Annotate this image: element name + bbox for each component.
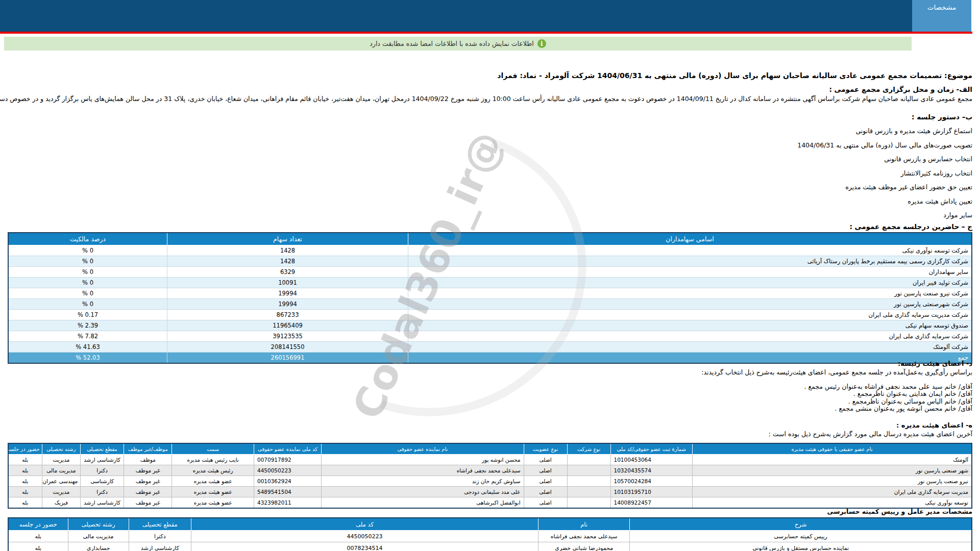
- directors-table-wrap: نام عضو حقیقی یا حقوقی هیئت مدیرهشمارۀ ث…: [8, 443, 972, 509]
- tab-specifications[interactable]: مشخصات: [912, 0, 971, 32]
- cell: % 0: [8, 245, 167, 256]
- presiding-board-intro: براساس رأی‌گیری به‌عمل‌آمده در جلسه مجمع…: [8, 368, 972, 376]
- cell: آلومتک: [692, 455, 972, 465]
- cell: بله: [8, 476, 42, 487]
- cell: نماینده حسابرس مستقل و بازرس قانونی: [630, 542, 972, 551]
- cell: % 0.17: [8, 310, 167, 320]
- cell: دکترا: [81, 487, 124, 497]
- directors-table: نام عضو حقیقی یا حقوقی هیئت مدیرهشمارۀ ث…: [8, 443, 972, 509]
- cell: 4450050223: [254, 465, 321, 476]
- cell: 5489541504: [254, 487, 321, 497]
- cell: 0078234514: [191, 542, 538, 551]
- cell: 19994: [167, 299, 408, 310]
- table-row: نیرو صنعت پارسین نور10570024284اصلیسیاوش…: [8, 476, 972, 487]
- agenda-item: تعیین حق حضور اعضای غیر موظف هیئت مدیره: [8, 180, 972, 194]
- presiding-board-member: آقای/ خانم محسن انوشه پور به‌عنوان منشی …: [8, 405, 972, 412]
- cell: 6329: [167, 267, 408, 278]
- cell: 1428: [167, 256, 408, 267]
- cell: [567, 497, 610, 509]
- cell: محمودرضا شبانی خضری: [538, 542, 629, 551]
- table-row: شرکت تولید فیبر ایران10091% 0: [8, 278, 972, 288]
- cell: عضو هیئت مدیره: [172, 476, 254, 487]
- cell: % 0: [8, 288, 167, 299]
- column-header: سمت: [172, 443, 254, 455]
- cell: علی مدد سلیمانی دودجی: [322, 487, 524, 497]
- cell: دکترا: [129, 531, 191, 542]
- agenda-item: انتخاب حسابرس و بازرس قانونی: [8, 152, 972, 166]
- cell: موظف: [124, 455, 172, 465]
- column-header: نوع عضویت: [524, 443, 567, 455]
- cell: 10091: [167, 278, 408, 288]
- column-header: نام عضو حقیقی یا حقوقی هیئت مدیره: [692, 443, 972, 455]
- column-header: نام نماینده عضو حقوقی: [322, 443, 524, 455]
- cell: 10570024284: [610, 476, 692, 487]
- cell: شرکت مدیریت سرمایه گذاری ملی ایران: [408, 310, 972, 320]
- section-d-heading: د- اعضای هیئت رئیسه:: [8, 360, 972, 367]
- cell: [567, 465, 610, 476]
- cell: کارشناسی ارشد: [81, 497, 124, 509]
- executives-table-wrap: شرحنامکد ملیمقطع تحصیلیرشته تحصیلیحضور د…: [8, 517, 972, 551]
- cell: شرکت آلومتک: [408, 342, 972, 353]
- table-row: نماینده حسابرس مستقل و بازرس قانونیمحمود…: [8, 542, 972, 551]
- cell: رئیس هیئت مدیره: [172, 465, 254, 476]
- cell: کارشناسی ارشد: [129, 542, 191, 551]
- column-header: کد ملی: [191, 518, 538, 531]
- cell: 4323982011: [254, 497, 321, 509]
- directors-intro: آخرین اعضای هیئت مدیره درسال مالی مورد گ…: [8, 430, 972, 438]
- cell: % 41.63: [8, 342, 167, 353]
- presiding-board-list: آقای/ خانم سید علی محمد نجفی فراشاه به‌ع…: [8, 383, 972, 412]
- cell: [567, 487, 610, 497]
- section-a-heading: الف- زمان و محل برگزاری مجمع عمومی :: [8, 85, 972, 93]
- cell: مدیریت: [42, 455, 81, 465]
- cell: ابوالفضل اکبرشاهی: [322, 497, 524, 509]
- cell: محسن انوشه پور: [322, 455, 524, 465]
- cell: شرکت توسعه نوآوری نیکی: [408, 245, 972, 256]
- cell: حسابداری: [68, 542, 129, 551]
- presiding-board-member: آقای/ خانم ایمان هدایتی به‌عنوان ناظرمجم…: [8, 390, 972, 397]
- cell: عضو هیئت مدیره: [172, 497, 254, 509]
- presiding-board-member: آقای/ خانم سید علی محمد نجفی فراشاه به‌ع…: [8, 383, 972, 390]
- column-header: شرح: [630, 518, 972, 531]
- executives-heading: مشخصات مدیر عامل و رییس کمیته حسابرسی: [8, 508, 972, 515]
- cell: 10320435574: [610, 465, 692, 476]
- signature-match-banner: i اطلاعات نمایش داده شده با اطلاعات امضا…: [4, 37, 912, 51]
- table-row: شرکت کارگزاری رسمی بیمه مستقیم برخط پایو…: [8, 256, 972, 267]
- cell: 10100453064: [610, 455, 692, 465]
- cell: بله: [8, 497, 42, 509]
- cell: % 2.39: [8, 320, 167, 331]
- column-header: شمارۀ ثبت عضو حقوقی/کد ملی: [610, 443, 692, 455]
- cell: شرکت شهرصنعتی پارسین نور: [408, 299, 972, 310]
- codal-report-page: { "app": { "tab_label": "مشخصات" }, "ban…: [0, 0, 980, 551]
- cell: % 0: [8, 256, 167, 267]
- cell: شرکت تولید فیبر ایران: [408, 278, 972, 288]
- table-row: شرکت سرمایه گذاری ملی ایران39123535% 7.8…: [8, 331, 972, 342]
- cell: بله: [8, 487, 42, 497]
- meeting-details-paragraph: مجمع عمومی عادی سالیانه صاحبان سهام شرکت…: [8, 95, 972, 103]
- column-header: موظف/غیر موظف: [124, 443, 172, 455]
- agenda-item: سایر موارد: [8, 208, 972, 222]
- cell: سیاوش کریم خان زند: [322, 476, 524, 487]
- cell: سیدعلی محمد نجفی فراشاه: [322, 465, 524, 476]
- agenda-item: تصویب صورت‌های مالی سال (دوره) مالی منته…: [8, 138, 972, 153]
- section-b-heading: ب– دستور جلسه :: [8, 113, 972, 121]
- section-e-heading: ه- اعضای هیئت مدیره :: [8, 421, 972, 429]
- cell: 10103195710: [610, 487, 692, 497]
- table-row: شهر صنعتی پارسین نور10320435574اصلیسیدعل…: [8, 465, 972, 476]
- cell: فیزیک: [42, 497, 81, 509]
- cell: شهر صنعتی پارسین نور: [692, 465, 972, 476]
- cell: صندوق توسعه سهام نیکی: [408, 320, 972, 331]
- cell: غیر موظف: [124, 497, 172, 509]
- cell: سایر سهامداران: [408, 267, 972, 278]
- cell: شرکت نیرو صنعت پارسین نور: [408, 288, 972, 299]
- header-bar: [0, 0, 913, 32]
- cell: غیر موظف: [124, 487, 172, 497]
- cell: توسعه نوآوری نیکی: [692, 497, 972, 509]
- table-header-row: نام عضو حقیقی یا حقوقی هیئت مدیرهشمارۀ ث…: [8, 443, 972, 455]
- executives-table: شرحنامکد ملیمقطع تحصیلیرشته تحصیلیحضور د…: [8, 517, 972, 551]
- presiding-board-member: آقای/ خانم الیاس موسائی به‌عنوان ناظرمجم…: [8, 398, 972, 405]
- cell: [567, 476, 610, 487]
- cell: 14008922457: [610, 497, 692, 509]
- table-row: صندوق توسعه سهام نیکی11965409% 2.39: [8, 320, 972, 331]
- agenda-item: تعیین پاداش هیئت مدیره: [8, 194, 972, 209]
- cell: % 0: [8, 267, 167, 278]
